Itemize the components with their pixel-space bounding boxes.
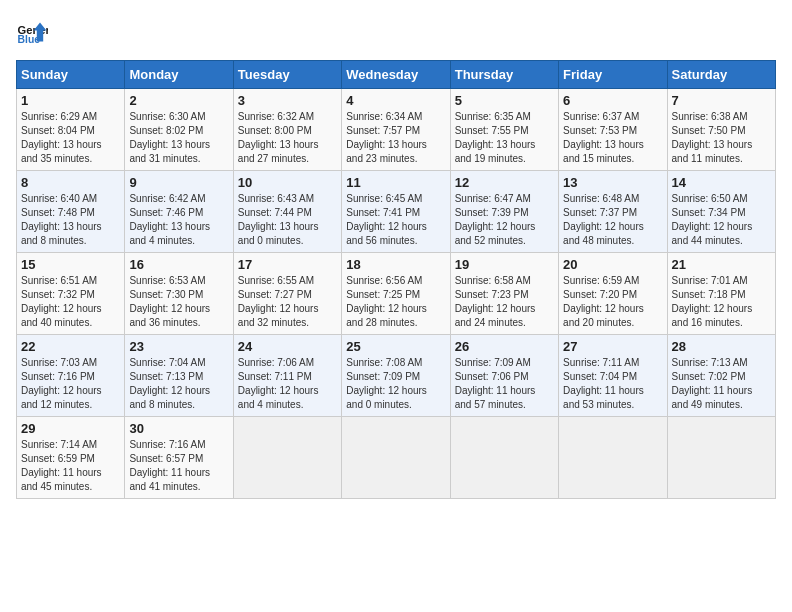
day-number: 10 (238, 175, 337, 190)
calendar-cell: 23Sunrise: 7:04 AMSunset: 7:13 PMDayligh… (125, 335, 233, 417)
calendar-cell: 21Sunrise: 7:01 AMSunset: 7:18 PMDayligh… (667, 253, 775, 335)
day-info: Sunrise: 6:55 AMSunset: 7:27 PMDaylight:… (238, 274, 337, 330)
day-number: 5 (455, 93, 554, 108)
day-number: 15 (21, 257, 120, 272)
weekday-header: Thursday (450, 61, 558, 89)
calendar-week-row: 1Sunrise: 6:29 AMSunset: 8:04 PMDaylight… (17, 89, 776, 171)
day-number: 13 (563, 175, 662, 190)
calendar-cell: 27Sunrise: 7:11 AMSunset: 7:04 PMDayligh… (559, 335, 667, 417)
day-info: Sunrise: 6:45 AMSunset: 7:41 PMDaylight:… (346, 192, 445, 248)
day-info: Sunrise: 6:51 AMSunset: 7:32 PMDaylight:… (21, 274, 120, 330)
day-info: Sunrise: 6:50 AMSunset: 7:34 PMDaylight:… (672, 192, 771, 248)
calendar-week-row: 29Sunrise: 7:14 AMSunset: 6:59 PMDayligh… (17, 417, 776, 499)
weekday-header: Tuesday (233, 61, 341, 89)
logo: General Blue (16, 16, 48, 48)
calendar-cell: 22Sunrise: 7:03 AMSunset: 7:16 PMDayligh… (17, 335, 125, 417)
calendar-cell: 25Sunrise: 7:08 AMSunset: 7:09 PMDayligh… (342, 335, 450, 417)
calendar-cell: 15Sunrise: 6:51 AMSunset: 7:32 PMDayligh… (17, 253, 125, 335)
day-number: 9 (129, 175, 228, 190)
calendar-cell: 19Sunrise: 6:58 AMSunset: 7:23 PMDayligh… (450, 253, 558, 335)
day-info: Sunrise: 7:09 AMSunset: 7:06 PMDaylight:… (455, 356, 554, 412)
day-info: Sunrise: 7:08 AMSunset: 7:09 PMDaylight:… (346, 356, 445, 412)
calendar-cell: 8Sunrise: 6:40 AMSunset: 7:48 PMDaylight… (17, 171, 125, 253)
calendar-cell: 14Sunrise: 6:50 AMSunset: 7:34 PMDayligh… (667, 171, 775, 253)
weekday-header: Monday (125, 61, 233, 89)
day-info: Sunrise: 6:53 AMSunset: 7:30 PMDaylight:… (129, 274, 228, 330)
day-info: Sunrise: 6:30 AMSunset: 8:02 PMDaylight:… (129, 110, 228, 166)
calendar-week-row: 15Sunrise: 6:51 AMSunset: 7:32 PMDayligh… (17, 253, 776, 335)
day-number: 21 (672, 257, 771, 272)
day-info: Sunrise: 6:42 AMSunset: 7:46 PMDaylight:… (129, 192, 228, 248)
calendar-cell: 3Sunrise: 6:32 AMSunset: 8:00 PMDaylight… (233, 89, 341, 171)
day-info: Sunrise: 7:14 AMSunset: 6:59 PMDaylight:… (21, 438, 120, 494)
calendar-cell (233, 417, 341, 499)
day-number: 20 (563, 257, 662, 272)
day-info: Sunrise: 6:34 AMSunset: 7:57 PMDaylight:… (346, 110, 445, 166)
day-number: 3 (238, 93, 337, 108)
calendar-cell (342, 417, 450, 499)
day-info: Sunrise: 6:32 AMSunset: 8:00 PMDaylight:… (238, 110, 337, 166)
day-number: 17 (238, 257, 337, 272)
day-info: Sunrise: 6:56 AMSunset: 7:25 PMDaylight:… (346, 274, 445, 330)
calendar-cell (450, 417, 558, 499)
day-number: 11 (346, 175, 445, 190)
day-info: Sunrise: 7:11 AMSunset: 7:04 PMDaylight:… (563, 356, 662, 412)
calendar-cell: 7Sunrise: 6:38 AMSunset: 7:50 PMDaylight… (667, 89, 775, 171)
day-info: Sunrise: 7:01 AMSunset: 7:18 PMDaylight:… (672, 274, 771, 330)
calendar-cell: 9Sunrise: 6:42 AMSunset: 7:46 PMDaylight… (125, 171, 233, 253)
day-info: Sunrise: 6:47 AMSunset: 7:39 PMDaylight:… (455, 192, 554, 248)
day-number: 14 (672, 175, 771, 190)
day-number: 19 (455, 257, 554, 272)
calendar-cell: 29Sunrise: 7:14 AMSunset: 6:59 PMDayligh… (17, 417, 125, 499)
day-info: Sunrise: 7:16 AMSunset: 6:57 PMDaylight:… (129, 438, 228, 494)
weekday-header: Wednesday (342, 61, 450, 89)
day-number: 16 (129, 257, 228, 272)
day-info: Sunrise: 7:13 AMSunset: 7:02 PMDaylight:… (672, 356, 771, 412)
weekday-header-row: SundayMondayTuesdayWednesdayThursdayFrid… (17, 61, 776, 89)
calendar-cell: 17Sunrise: 6:55 AMSunset: 7:27 PMDayligh… (233, 253, 341, 335)
calendar-cell: 28Sunrise: 7:13 AMSunset: 7:02 PMDayligh… (667, 335, 775, 417)
calendar-cell (559, 417, 667, 499)
day-info: Sunrise: 6:48 AMSunset: 7:37 PMDaylight:… (563, 192, 662, 248)
day-info: Sunrise: 6:59 AMSunset: 7:20 PMDaylight:… (563, 274, 662, 330)
calendar-cell: 13Sunrise: 6:48 AMSunset: 7:37 PMDayligh… (559, 171, 667, 253)
day-number: 8 (21, 175, 120, 190)
day-number: 1 (21, 93, 120, 108)
calendar-cell: 1Sunrise: 6:29 AMSunset: 8:04 PMDaylight… (17, 89, 125, 171)
day-number: 23 (129, 339, 228, 354)
calendar-cell: 5Sunrise: 6:35 AMSunset: 7:55 PMDaylight… (450, 89, 558, 171)
day-number: 4 (346, 93, 445, 108)
day-info: Sunrise: 7:06 AMSunset: 7:11 PMDaylight:… (238, 356, 337, 412)
day-number: 29 (21, 421, 120, 436)
page-header: General Blue (16, 16, 776, 48)
day-info: Sunrise: 6:43 AMSunset: 7:44 PMDaylight:… (238, 192, 337, 248)
day-info: Sunrise: 6:37 AMSunset: 7:53 PMDaylight:… (563, 110, 662, 166)
calendar-cell: 16Sunrise: 6:53 AMSunset: 7:30 PMDayligh… (125, 253, 233, 335)
day-info: Sunrise: 7:04 AMSunset: 7:13 PMDaylight:… (129, 356, 228, 412)
calendar-cell: 2Sunrise: 6:30 AMSunset: 8:02 PMDaylight… (125, 89, 233, 171)
day-number: 26 (455, 339, 554, 354)
calendar-week-row: 22Sunrise: 7:03 AMSunset: 7:16 PMDayligh… (17, 335, 776, 417)
day-number: 12 (455, 175, 554, 190)
day-info: Sunrise: 7:03 AMSunset: 7:16 PMDaylight:… (21, 356, 120, 412)
calendar-week-row: 8Sunrise: 6:40 AMSunset: 7:48 PMDaylight… (17, 171, 776, 253)
calendar-cell: 12Sunrise: 6:47 AMSunset: 7:39 PMDayligh… (450, 171, 558, 253)
calendar-cell: 24Sunrise: 7:06 AMSunset: 7:11 PMDayligh… (233, 335, 341, 417)
weekday-header: Sunday (17, 61, 125, 89)
calendar-cell: 4Sunrise: 6:34 AMSunset: 7:57 PMDaylight… (342, 89, 450, 171)
day-number: 7 (672, 93, 771, 108)
day-info: Sunrise: 6:35 AMSunset: 7:55 PMDaylight:… (455, 110, 554, 166)
calendar-table: SundayMondayTuesdayWednesdayThursdayFrid… (16, 60, 776, 499)
calendar-cell: 18Sunrise: 6:56 AMSunset: 7:25 PMDayligh… (342, 253, 450, 335)
day-info: Sunrise: 6:38 AMSunset: 7:50 PMDaylight:… (672, 110, 771, 166)
day-info: Sunrise: 6:58 AMSunset: 7:23 PMDaylight:… (455, 274, 554, 330)
calendar-cell: 10Sunrise: 6:43 AMSunset: 7:44 PMDayligh… (233, 171, 341, 253)
day-number: 18 (346, 257, 445, 272)
day-number: 2 (129, 93, 228, 108)
calendar-cell: 20Sunrise: 6:59 AMSunset: 7:20 PMDayligh… (559, 253, 667, 335)
logo-icon: General Blue (16, 16, 48, 48)
day-number: 22 (21, 339, 120, 354)
calendar-cell: 26Sunrise: 7:09 AMSunset: 7:06 PMDayligh… (450, 335, 558, 417)
calendar-cell: 30Sunrise: 7:16 AMSunset: 6:57 PMDayligh… (125, 417, 233, 499)
day-info: Sunrise: 6:29 AMSunset: 8:04 PMDaylight:… (21, 110, 120, 166)
